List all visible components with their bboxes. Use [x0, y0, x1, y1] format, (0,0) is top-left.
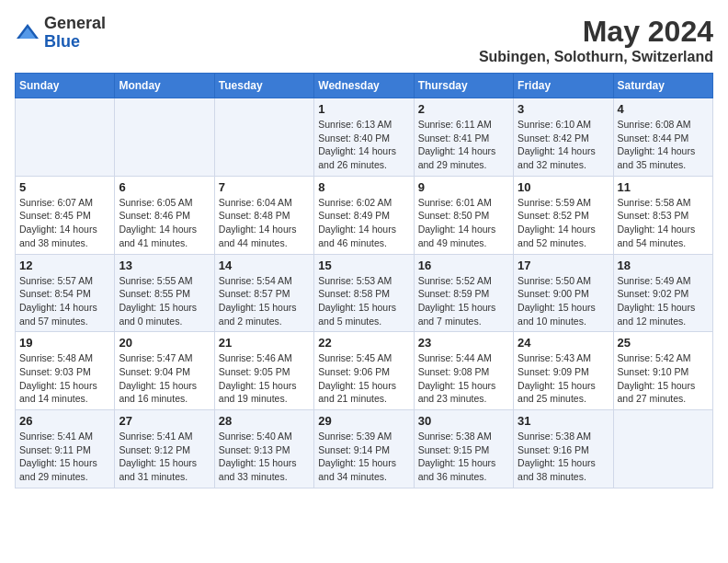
- day-info: Sunrise: 5:42 AM Sunset: 9:10 PM Dayligh…: [618, 351, 709, 406]
- calendar-cell: 8Sunrise: 6:02 AM Sunset: 8:49 PM Daylig…: [314, 176, 414, 254]
- day-number: 29: [318, 414, 409, 428]
- day-info: Sunrise: 6:02 AM Sunset: 8:49 PM Dayligh…: [318, 196, 409, 250]
- header-day: Tuesday: [214, 74, 313, 98]
- header-day: Friday: [514, 74, 613, 98]
- day-number: 2: [418, 102, 509, 116]
- calendar-cell: 11Sunrise: 5:58 AM Sunset: 8:53 PM Dayli…: [613, 176, 712, 254]
- calendar-cell: 12Sunrise: 5:57 AM Sunset: 8:54 PM Dayli…: [16, 254, 115, 332]
- day-info: Sunrise: 6:07 AM Sunset: 8:45 PM Dayligh…: [19, 196, 110, 250]
- day-number: 10: [518, 180, 609, 194]
- calendar-cell: 7Sunrise: 6:04 AM Sunset: 8:48 PM Daylig…: [214, 176, 313, 254]
- calendar-cell: 15Sunrise: 5:53 AM Sunset: 8:58 PM Dayli…: [314, 254, 414, 332]
- calendar-cell: 21Sunrise: 5:46 AM Sunset: 9:05 PM Dayli…: [214, 332, 313, 410]
- day-info: Sunrise: 5:47 AM Sunset: 9:04 PM Dayligh…: [119, 351, 210, 406]
- calendar-cell: 4Sunrise: 6:08 AM Sunset: 8:44 PM Daylig…: [613, 98, 712, 177]
- day-info: Sunrise: 5:38 AM Sunset: 9:16 PM Dayligh…: [518, 430, 609, 484]
- day-number: 20: [119, 336, 210, 350]
- day-number: 27: [119, 414, 210, 428]
- day-number: 6: [119, 180, 210, 194]
- day-info: Sunrise: 5:44 AM Sunset: 9:08 PM Dayligh…: [418, 351, 509, 406]
- day-number: 5: [19, 180, 110, 194]
- logo-text: General Blue: [44, 15, 106, 52]
- day-info: Sunrise: 6:04 AM Sunset: 8:48 PM Dayligh…: [219, 196, 310, 250]
- day-info: Sunrise: 5:57 AM Sunset: 8:54 PM Dayligh…: [19, 274, 110, 328]
- day-number: 13: [119, 259, 210, 272]
- logo-icon: [15, 20, 40, 46]
- day-info: Sunrise: 5:45 AM Sunset: 9:06 PM Dayligh…: [318, 351, 409, 406]
- header-day: Saturday: [613, 74, 712, 98]
- day-info: Sunrise: 5:43 AM Sunset: 9:09 PM Dayligh…: [518, 351, 609, 406]
- day-number: 16: [418, 259, 509, 272]
- day-info: Sunrise: 5:38 AM Sunset: 9:15 PM Dayligh…: [418, 430, 509, 484]
- day-info: Sunrise: 5:49 AM Sunset: 9:02 PM Dayligh…: [618, 274, 709, 328]
- day-info: Sunrise: 6:11 AM Sunset: 8:41 PM Dayligh…: [418, 118, 509, 172]
- day-number: 23: [418, 336, 509, 350]
- day-info: Sunrise: 5:54 AM Sunset: 8:57 PM Dayligh…: [219, 274, 310, 328]
- calendar-cell: [16, 98, 115, 177]
- calendar-cell: 23Sunrise: 5:44 AM Sunset: 9:08 PM Dayli…: [414, 332, 513, 410]
- day-info: Sunrise: 5:39 AM Sunset: 9:14 PM Dayligh…: [318, 430, 409, 484]
- header-day: Sunday: [16, 74, 115, 98]
- day-number: 30: [418, 414, 509, 428]
- day-info: Sunrise: 5:46 AM Sunset: 9:05 PM Dayligh…: [219, 351, 310, 406]
- calendar-week-row: 5Sunrise: 6:07 AM Sunset: 8:45 PM Daylig…: [16, 176, 713, 254]
- calendar-body: 1Sunrise: 6:13 AM Sunset: 8:40 PM Daylig…: [16, 98, 713, 488]
- calendar-cell: 25Sunrise: 5:42 AM Sunset: 9:10 PM Dayli…: [613, 332, 712, 410]
- header-row: SundayMondayTuesdayWednesdayThursdayFrid…: [16, 74, 713, 98]
- day-info: Sunrise: 5:40 AM Sunset: 9:13 PM Dayligh…: [219, 430, 310, 484]
- day-info: Sunrise: 5:59 AM Sunset: 8:52 PM Dayligh…: [518, 196, 609, 250]
- day-number: 3: [518, 102, 609, 116]
- day-info: Sunrise: 6:10 AM Sunset: 8:42 PM Dayligh…: [518, 118, 609, 172]
- calendar-cell: 13Sunrise: 5:55 AM Sunset: 8:55 PM Dayli…: [115, 254, 214, 332]
- calendar-cell: [115, 98, 214, 177]
- logo: General Blue: [15, 15, 106, 52]
- day-number: 14: [219, 259, 310, 272]
- calendar-cell: 22Sunrise: 5:45 AM Sunset: 9:06 PM Dayli…: [314, 332, 414, 410]
- day-number: 22: [318, 336, 409, 350]
- calendar-cell: 6Sunrise: 6:05 AM Sunset: 8:46 PM Daylig…: [115, 176, 214, 254]
- calendar-cell: 10Sunrise: 5:59 AM Sunset: 8:52 PM Dayli…: [514, 176, 613, 254]
- calendar-cell: 9Sunrise: 6:01 AM Sunset: 8:50 PM Daylig…: [414, 176, 513, 254]
- day-number: 28: [219, 414, 310, 428]
- calendar-cell: 2Sunrise: 6:11 AM Sunset: 8:41 PM Daylig…: [414, 98, 513, 177]
- day-info: Sunrise: 5:41 AM Sunset: 9:12 PM Dayligh…: [119, 430, 210, 484]
- day-number: 26: [19, 414, 110, 428]
- calendar-cell: 28Sunrise: 5:40 AM Sunset: 9:13 PM Dayli…: [214, 410, 313, 488]
- day-number: 25: [618, 336, 709, 350]
- calendar-cell: 18Sunrise: 5:49 AM Sunset: 9:02 PM Dayli…: [613, 254, 712, 332]
- day-info: Sunrise: 5:55 AM Sunset: 8:55 PM Dayligh…: [119, 274, 210, 328]
- calendar-table: SundayMondayTuesdayWednesdayThursdayFrid…: [15, 73, 713, 488]
- calendar-cell: 29Sunrise: 5:39 AM Sunset: 9:14 PM Dayli…: [314, 410, 414, 488]
- calendar-cell: 26Sunrise: 5:41 AM Sunset: 9:11 PM Dayli…: [16, 410, 115, 488]
- calendar-week-row: 12Sunrise: 5:57 AM Sunset: 8:54 PM Dayli…: [16, 254, 713, 332]
- day-info: Sunrise: 5:53 AM Sunset: 8:58 PM Dayligh…: [318, 274, 409, 328]
- calendar-week-row: 1Sunrise: 6:13 AM Sunset: 8:40 PM Daylig…: [16, 98, 713, 177]
- title-area: May 2024 Subingen, Solothurn, Switzerlan…: [479, 15, 713, 65]
- calendar-cell: [214, 98, 313, 177]
- calendar-cell: 24Sunrise: 5:43 AM Sunset: 9:09 PM Dayli…: [514, 332, 613, 410]
- day-number: 7: [219, 180, 310, 194]
- day-number: 21: [219, 336, 310, 350]
- day-info: Sunrise: 5:48 AM Sunset: 9:03 PM Dayligh…: [19, 351, 110, 406]
- calendar-cell: 17Sunrise: 5:50 AM Sunset: 9:00 PM Dayli…: [514, 254, 613, 332]
- day-info: Sunrise: 6:13 AM Sunset: 8:40 PM Dayligh…: [318, 118, 409, 172]
- calendar-cell: 5Sunrise: 6:07 AM Sunset: 8:45 PM Daylig…: [16, 176, 115, 254]
- calendar-cell: 27Sunrise: 5:41 AM Sunset: 9:12 PM Dayli…: [115, 410, 214, 488]
- day-info: Sunrise: 5:52 AM Sunset: 8:59 PM Dayligh…: [418, 274, 509, 328]
- day-info: Sunrise: 6:05 AM Sunset: 8:46 PM Dayligh…: [119, 196, 210, 250]
- day-number: 19: [19, 336, 110, 350]
- day-number: 24: [518, 336, 609, 350]
- calendar-cell: 3Sunrise: 6:10 AM Sunset: 8:42 PM Daylig…: [514, 98, 613, 177]
- day-info: Sunrise: 5:41 AM Sunset: 9:11 PM Dayligh…: [19, 430, 110, 484]
- day-number: 15: [318, 259, 409, 272]
- day-number: 11: [618, 180, 709, 194]
- day-info: Sunrise: 6:08 AM Sunset: 8:44 PM Dayligh…: [618, 118, 709, 172]
- day-info: Sunrise: 5:50 AM Sunset: 9:00 PM Dayligh…: [518, 274, 609, 328]
- header-day: Thursday: [414, 74, 513, 98]
- calendar-cell: 31Sunrise: 5:38 AM Sunset: 9:16 PM Dayli…: [514, 410, 613, 488]
- day-number: 18: [618, 259, 709, 272]
- calendar-week-row: 26Sunrise: 5:41 AM Sunset: 9:11 PM Dayli…: [16, 410, 713, 488]
- calendar-cell: 20Sunrise: 5:47 AM Sunset: 9:04 PM Dayli…: [115, 332, 214, 410]
- header-day: Monday: [115, 74, 214, 98]
- day-number: 17: [518, 259, 609, 272]
